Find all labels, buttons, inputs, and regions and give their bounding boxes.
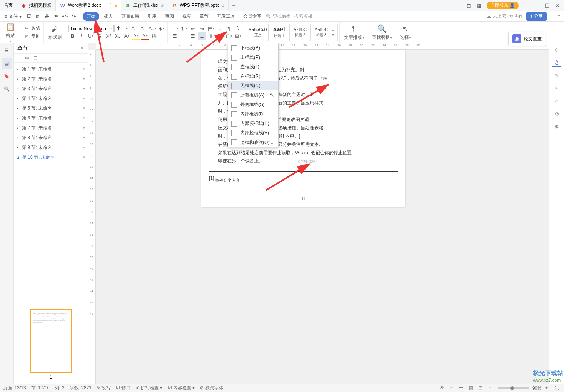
copy-button[interactable]: ⎘复制 (22, 32, 42, 41)
zoom-slider[interactable] (498, 387, 529, 389)
increase-font-icon[interactable]: A⁺ (130, 25, 138, 32)
text-effect-button[interactable]: A▾ (123, 32, 131, 40)
nav-item[interactable]: ▸第 2 节: 未命名▾ (14, 74, 88, 84)
print-icon[interactable]: 🖶 (43, 13, 51, 20)
bookmark-icon[interactable]: 🔖 (2, 71, 12, 81)
find-icon[interactable]: 🔍 (2, 84, 12, 94)
search-command[interactable]: 🔍 查找命令, (266, 13, 294, 20)
align-right-icon[interactable]: ☰ (189, 32, 197, 40)
close-icon[interactable]: ⊙ (161, 3, 164, 8)
change-case-icon[interactable]: Aa▾ (148, 25, 157, 32)
styles-up-icon[interactable]: ▴ (332, 27, 337, 32)
gear-icon[interactable]: ⚙ (552, 122, 561, 131)
menu-view[interactable]: 视图 (178, 12, 195, 21)
tab-ppt[interactable]: PWPS PPT教程.pptx⊙ (168, 0, 229, 11)
saveas-icon[interactable]: 🗎 (34, 13, 42, 20)
typeset-button[interactable]: ¶文字排版▾ (343, 23, 366, 41)
diamond-icon[interactable]: ◇ (552, 45, 561, 54)
view-page-icon[interactable]: ▭ (449, 385, 455, 391)
select-button[interactable]: ↖选择▾ (398, 23, 412, 41)
styles-down-icon[interactable]: ▾ (332, 32, 337, 38)
section-icon[interactable]: ▤ (2, 58, 12, 69)
tab-template[interactable]: ◈找稻壳模板 (17, 0, 56, 11)
nav-opt-icon[interactable]: ◫ (33, 55, 39, 61)
nav-add-icon[interactable]: ☐ (17, 55, 23, 61)
vertical-ruler[interactable]: 2468101214161820222426283032343638404244… (88, 50, 96, 384)
preview-icon[interactable]: 👁 (52, 13, 60, 20)
pinyin-button[interactable]: 拼 (150, 32, 158, 40)
style-heading2[interactable]: AaBbC标题 2 (290, 24, 311, 41)
style-heading3[interactable]: AaBbC标题 3 (311, 24, 332, 41)
text-dir-icon[interactable]: ⤵ (234, 25, 242, 32)
align-justify-icon[interactable]: ≣ (198, 32, 206, 40)
menu-start[interactable]: 开始 (83, 12, 99, 21)
increase-indent-icon[interactable]: ⇥ (198, 25, 206, 32)
status-revision[interactable]: ☑ 修订 (116, 385, 130, 391)
zoom-value[interactable]: 90% (532, 386, 541, 391)
border-menu-inside[interactable]: 内部框线(I) (228, 109, 278, 119)
superscript-button[interactable]: X² (105, 32, 113, 40)
cut-button[interactable]: ✂剪切 (22, 24, 42, 32)
file-menu[interactable]: ≡ 文件 ▾ (2, 13, 24, 20)
view-web-icon[interactable]: ☷ (459, 385, 465, 391)
undo-button[interactable]: ↶▾ (61, 13, 69, 20)
nav-item[interactable]: ▸第 4 节: 未命名▾ (14, 93, 88, 103)
zoom-in-icon[interactable]: + (545, 385, 551, 391)
status-column[interactable]: 列: 2 (55, 385, 64, 391)
paste-button[interactable]: 📋粘贴▾ (4, 21, 17, 44)
cloud-status[interactable]: ☁ 未上云 (487, 13, 506, 20)
line-height-icon[interactable]: ⫷▾ (216, 32, 224, 40)
zoom-reset-icon[interactable]: ⊡ (479, 385, 485, 391)
distribute-icon[interactable]: ⫴ (207, 32, 215, 40)
minimize-button[interactable]: — (533, 2, 540, 9)
close-icon[interactable]: ⊙ (221, 3, 224, 8)
tab-word[interactable]: WWord教程2.docx⋯ (56, 0, 121, 11)
style-normal[interactable]: AaBbCcD正文 (247, 24, 269, 41)
status-font[interactable]: ⊘ 缺失字体 (200, 385, 223, 391)
nav-item[interactable]: ▸第 6 节: 未命名▾ (14, 113, 88, 123)
nav-item[interactable]: ▸第 9 节: 未命名▾ (14, 142, 88, 152)
sort-icon[interactable]: ▤▾ (207, 25, 215, 32)
tab-home[interactable]: 首页 (0, 0, 17, 11)
border-menu-left[interactable]: 左框线(L) (228, 62, 278, 72)
border-menu-right[interactable]: 右框线(R) (228, 72, 278, 81)
border-menu-none[interactable]: 无框线(N) (228, 81, 278, 90)
zoom-out-icon[interactable]: − (489, 385, 495, 391)
thumbnail[interactable]: Lorem ipsum dolor sit amet consectetur a… (14, 305, 88, 384)
horizontal-ruler[interactable]: 46824610121416182022242628303234363840 (96, 43, 549, 50)
redo-button[interactable]: ↷ (70, 13, 78, 20)
shape-icon[interactable]: ▱ (552, 96, 561, 106)
font-select[interactable]: Times New Roma▾ (68, 25, 114, 32)
menu-reference[interactable]: 引用 (144, 12, 160, 21)
status-page[interactable]: 页面: 13/13 (3, 385, 26, 391)
subscript-button[interactable]: X₂ (114, 32, 122, 40)
strike-button[interactable]: S̶ (95, 32, 104, 40)
share-button[interactable]: ⤴ 分享 (526, 12, 547, 21)
decrease-indent-icon[interactable]: ⇤ (189, 25, 197, 32)
menu-devtools[interactable]: 开发工具 (213, 12, 239, 21)
outline-icon[interactable]: ☰ (2, 45, 12, 56)
apps-icon[interactable]: ▦ (476, 2, 483, 9)
menu-layout[interactable]: 页面布局 (117, 12, 143, 21)
number-list-icon[interactable]: ⒈▾ (180, 25, 188, 32)
nav-item[interactable]: ▸第 3 节: 未命名▾ (14, 84, 88, 93)
view-outline-icon[interactable]: ▤ (469, 385, 475, 391)
menu-chapter[interactable]: 章节 (196, 12, 212, 21)
shading-icon[interactable]: ▢▾ (225, 32, 233, 40)
pen-icon[interactable]: ✎ (552, 71, 561, 80)
menu-insert[interactable]: 插入 (100, 12, 117, 21)
find-button[interactable]: 🔍查找替换▾ (370, 23, 393, 41)
format-painter-button[interactable]: 🖌格式刷 (47, 23, 63, 41)
menu-member[interactable]: 会员专享 (240, 12, 265, 21)
nav-close-icon[interactable]: ✕ (80, 46, 84, 51)
nav-item[interactable]: ▸第 1 节: 未命名▾ (14, 64, 88, 74)
status-content[interactable]: ☑ 内容检查 ▾ (168, 385, 195, 391)
border-button[interactable]: ⊞▾ (234, 32, 242, 40)
more-icon[interactable]: ⋮ (550, 14, 554, 19)
document-area[interactable]: 46824610121416182022242628303234363840 2… (88, 43, 549, 384)
fullscreen-icon[interactable]: ⛶ (555, 385, 561, 391)
underline-button[interactable]: U▾ (86, 32, 95, 40)
font-color-button[interactable]: A▾ (141, 32, 149, 40)
linespacing-icon[interactable]: ↕ (216, 25, 224, 32)
close-button[interactable]: ✕ (554, 2, 561, 9)
